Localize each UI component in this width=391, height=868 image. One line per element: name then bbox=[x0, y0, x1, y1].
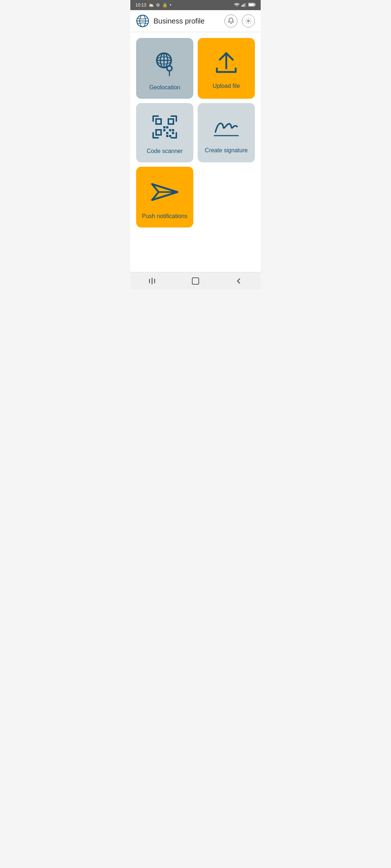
svg-rect-24 bbox=[157, 131, 160, 134]
qr-icon bbox=[150, 113, 179, 142]
page-title: Business profile bbox=[154, 17, 224, 25]
code-scanner-label: Code scanner bbox=[147, 148, 183, 154]
send-icon bbox=[148, 177, 181, 207]
svg-rect-29 bbox=[172, 129, 174, 131]
svg-rect-27 bbox=[163, 129, 165, 131]
weather-icon: ⛅ bbox=[148, 3, 154, 8]
svg-point-17 bbox=[168, 67, 171, 70]
create-signature-card[interactable]: Create signature bbox=[198, 103, 255, 162]
dot-icon: • bbox=[170, 3, 171, 8]
bottom-nav bbox=[130, 272, 261, 289]
app-header: Business profile bbox=[130, 10, 261, 32]
header-actions bbox=[224, 14, 255, 27]
svg-rect-30 bbox=[166, 132, 168, 134]
wifi-icon bbox=[234, 3, 240, 8]
time-display: 10:13 bbox=[135, 3, 146, 8]
svg-rect-22 bbox=[169, 120, 173, 123]
svg-rect-26 bbox=[166, 126, 168, 128]
svg-rect-40 bbox=[192, 278, 199, 284]
svg-rect-3 bbox=[245, 3, 245, 7]
status-right bbox=[234, 3, 256, 8]
svg-rect-2 bbox=[244, 4, 244, 7]
signal-icon bbox=[241, 3, 247, 8]
geolocation-label: Geolocation bbox=[149, 84, 180, 91]
svg-rect-0 bbox=[241, 5, 242, 7]
status-bar: 10:13 ⛅ ⚙ 🔒 • bbox=[130, 0, 261, 10]
svg-rect-32 bbox=[166, 135, 168, 137]
push-notifications-label: Push notifications bbox=[142, 213, 187, 220]
geolocation-icon bbox=[150, 48, 179, 78]
svg-point-10 bbox=[248, 20, 249, 22]
signature-icon bbox=[210, 114, 243, 141]
bag-icon: 🔒 bbox=[162, 3, 168, 8]
upload-icon bbox=[212, 50, 241, 77]
create-signature-label: Create signature bbox=[205, 147, 248, 154]
svg-rect-31 bbox=[172, 132, 174, 134]
settings-button[interactable] bbox=[242, 14, 255, 27]
status-left: 10:13 ⛅ ⚙ 🔒 • bbox=[135, 3, 171, 8]
upload-file-label: Upload file bbox=[213, 83, 240, 89]
settings-status-icon: ⚙ bbox=[156, 3, 160, 8]
notifications-button[interactable] bbox=[224, 14, 237, 27]
main-content: Geolocation Upload file bbox=[130, 32, 261, 272]
battery-icon bbox=[248, 3, 256, 8]
svg-rect-20 bbox=[157, 120, 160, 123]
geolocation-card[interactable]: Geolocation bbox=[136, 38, 193, 99]
svg-rect-25 bbox=[163, 126, 165, 128]
app-logo bbox=[136, 14, 149, 27]
push-notifications-card[interactable]: Push notifications bbox=[136, 167, 193, 227]
svg-rect-33 bbox=[169, 135, 171, 137]
svg-rect-5 bbox=[255, 4, 256, 5]
code-scanner-card[interactable]: Code scanner bbox=[136, 103, 193, 162]
home-button[interactable] bbox=[188, 274, 203, 288]
back-button[interactable] bbox=[232, 274, 246, 288]
svg-rect-1 bbox=[243, 4, 243, 7]
svg-rect-28 bbox=[169, 129, 171, 131]
recent-apps-button[interactable] bbox=[145, 274, 159, 288]
svg-rect-6 bbox=[249, 4, 254, 6]
upload-file-card[interactable]: Upload file bbox=[198, 38, 255, 99]
feature-grid: Geolocation Upload file bbox=[136, 38, 255, 227]
